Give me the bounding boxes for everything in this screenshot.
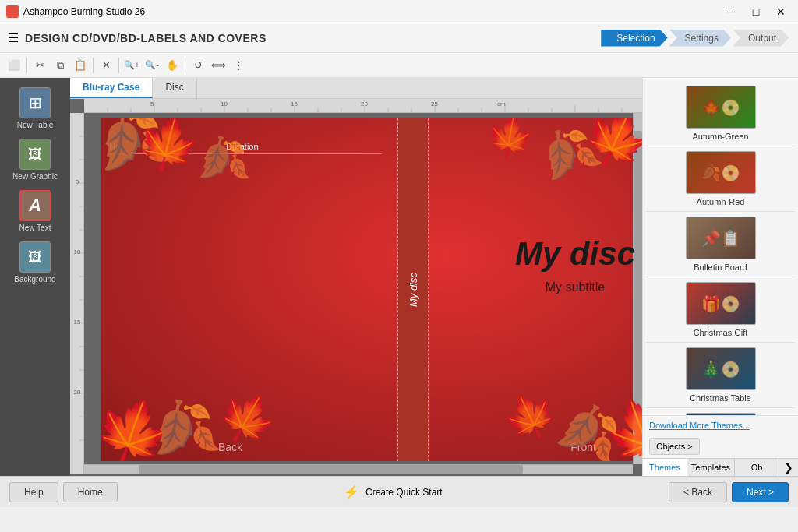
- spine-text: My disc: [408, 273, 419, 307]
- tool-panel: ⊞ New Table 🖼 New Graphic A New Text 🖼 B…: [0, 78, 70, 476]
- background-tool[interactable]: 🖼 Background: [5, 238, 65, 287]
- objects-button[interactable]: Objects >: [649, 438, 700, 455]
- template-last[interactable]: 🌙📀: [646, 408, 795, 415]
- rt-tab-objects[interactable]: Ob: [735, 459, 779, 476]
- quick-start-label: Create Quick Start: [365, 487, 443, 498]
- new-table-tool[interactable]: ⊞ New Table: [5, 84, 65, 132]
- hscroll-thumb[interactable]: [139, 465, 523, 474]
- tb-rotate[interactable]: ↺: [189, 56, 207, 75]
- template-autumn-green[interactable]: 🍁📀 Autumn-Green: [646, 81, 795, 146]
- main-content: ⊞ New Table 🖼 New Graphic A New Text 🖼 B…: [0, 78, 798, 476]
- tab-bluray[interactable]: Blu-ray Case: [70, 78, 153, 98]
- template-name-autumn-green: Autumn-Green: [692, 132, 748, 141]
- design-canvas: 🍂 🍁 🍂 🍁 🍂 🍁 🍁 🍂 🍁 🍁 🍂 🍁: [101, 118, 642, 461]
- tb-copy[interactable]: ⧉: [51, 56, 69, 75]
- template-thumb-christmas-table: 🎄📀: [686, 347, 756, 390]
- template-christmas-gift[interactable]: 🎁📀 Christmas Gift: [646, 277, 795, 343]
- new-graphic-label: New Graphic: [12, 172, 58, 181]
- ruler-horizontal: 5 10 15 20 25 cm: [84, 99, 642, 113]
- svg-text:10: 10: [74, 248, 81, 255]
- template-name-christmas-table: Christmas Table: [690, 393, 751, 403]
- svg-text:20: 20: [361, 100, 368, 107]
- tb-paste[interactable]: 📋: [71, 56, 90, 75]
- rt-tab-themes[interactable]: Themes: [643, 459, 687, 476]
- bottom-right: < Back Next >: [669, 482, 789, 502]
- titlebar-left: Ashampoo Burning Studio 26: [6, 5, 145, 18]
- canvas-wrap: 5 10 15 20 25 cm: [70, 99, 642, 474]
- menu-icon[interactable]: ☰: [8, 30, 19, 45]
- disc-main-title: My disc: [515, 235, 635, 273]
- svg-text:10: 10: [221, 100, 228, 107]
- quick-start-icon: ⚡: [344, 484, 359, 499]
- toolbar-sep-3: [118, 58, 119, 73]
- help-button[interactable]: Help: [9, 482, 58, 502]
- svg-text:cm: cm: [497, 100, 506, 107]
- toolbar-sep-1: [26, 58, 27, 73]
- download-link[interactable]: Download More Themes...: [643, 415, 798, 435]
- template-thumb-autumn-green: 🍁📀: [686, 86, 756, 129]
- tb-zoom-out[interactable]: 🔍-: [143, 56, 161, 75]
- tab-disc[interactable]: Disc: [153, 78, 196, 98]
- template-thumb-autumn-red: 🍂📀: [686, 151, 756, 194]
- template-thumb-bulletin: 📌📋: [686, 217, 756, 259]
- toolbar-sep-4: [185, 58, 185, 73]
- home-button[interactable]: Home: [63, 482, 118, 502]
- tb-pan[interactable]: ✋: [163, 56, 182, 75]
- canvas-area: Blu-ray Case Disc: [70, 78, 642, 476]
- template-name-autumn-red: Autumn-Red: [697, 197, 745, 206]
- canvas-tabs: Blu-ray Case Disc: [70, 78, 642, 99]
- rt-tab-templates[interactable]: Templates: [687, 459, 735, 476]
- wizard-step-selection[interactable]: Selection: [601, 30, 667, 47]
- new-graphic-tool[interactable]: 🖼 New Graphic: [5, 136, 65, 184]
- minimize-button[interactable]: ─: [720, 4, 742, 19]
- background-label: Background: [14, 275, 55, 284]
- template-christmas-table[interactable]: 🎄📀 Christmas Table: [646, 343, 795, 408]
- template-thumb-christmas-gift: 🎁📀: [686, 282, 756, 325]
- next-button[interactable]: Next >: [732, 482, 789, 502]
- wizard-step-output[interactable]: Output: [733, 30, 789, 47]
- ruler-vertical: 5 10 15 20: [70, 113, 84, 474]
- leaf-3: 🍂: [191, 130, 252, 189]
- toolbar: ⬜ ✂ ⧉ 📋 ✕ 🔍+ 🔍- ✋ ↺ ⟺ ⋮: [0, 53, 798, 78]
- front-title: My disc My subtitle: [515, 235, 635, 294]
- app-title: Ashampoo Burning Studio 26: [23, 6, 145, 17]
- right-panel: 🍁📀 Autumn-Green 🍂📀 Autumn-Red 📌📋 Bulleti…: [642, 78, 798, 476]
- right-panel-tabs: Themes Templates Ob ❯: [643, 458, 798, 476]
- back-button[interactable]: < Back: [669, 482, 727, 502]
- tb-cut[interactable]: ✂: [30, 56, 49, 75]
- disc-subtitle: My subtitle: [515, 280, 635, 294]
- bottom-left: Help Home: [9, 482, 118, 502]
- window-controls[interactable]: ─ □ ✕: [720, 4, 792, 19]
- svg-text:20: 20: [74, 389, 81, 396]
- maximize-button[interactable]: □: [745, 4, 767, 19]
- template-autumn-red[interactable]: 🍂📀 Autumn-Red: [646, 146, 795, 212]
- canvas-hscroll[interactable]: [84, 464, 633, 474]
- tb-align[interactable]: ⟺: [209, 56, 228, 75]
- template-bulletin-board[interactable]: 📌📋 Bulletin Board: [646, 212, 795, 277]
- rt-tabs-arrow[interactable]: ❯: [779, 459, 798, 476]
- new-text-label: New Text: [19, 224, 51, 232]
- header-left: ☰ DESIGN CD/DVD/BD-LABELS AND COVERS: [8, 30, 267, 45]
- leaf-6: 🍁: [482, 118, 537, 164]
- template-name-bulletin-board: Bulletin Board: [694, 262, 747, 272]
- new-text-tool[interactable]: A New Text: [5, 187, 65, 235]
- svg-text:15: 15: [291, 100, 298, 107]
- template-list: 🍁📀 Autumn-Green 🍂📀 Autumn-Red 📌📋 Bulleti…: [643, 78, 798, 415]
- template-name-christmas-gift: Christmas Gift: [694, 328, 748, 337]
- tb-distribute[interactable]: ⋮: [229, 56, 248, 75]
- tb-zoom-in[interactable]: 🔍+: [122, 56, 141, 75]
- spine: My disc: [397, 118, 429, 461]
- background-icon: 🖼: [19, 241, 51, 273]
- toolbar-sep-2: [93, 58, 94, 73]
- page-title: DESIGN CD/DVD/BD-LABELS AND COVERS: [25, 32, 267, 44]
- close-button[interactable]: ✕: [770, 4, 792, 19]
- tb-delete[interactable]: ✕: [97, 56, 115, 75]
- wizard-step-settings[interactable]: Settings: [669, 30, 731, 47]
- new-text-icon: A: [19, 190, 51, 221]
- header: ☰ DESIGN CD/DVD/BD-LABELS AND COVERS Sel…: [0, 23, 798, 53]
- canvas-content: 🍂 🍁 🍂 🍁 🍂 🍁 🍁 🍂 🍁 🍁 🍂 🍁: [101, 118, 642, 461]
- svg-text:5: 5: [150, 100, 154, 107]
- tb-new[interactable]: ⬜: [5, 56, 23, 75]
- new-table-label: New Table: [17, 121, 54, 129]
- template-thumb-last: 🌙📀: [686, 413, 756, 415]
